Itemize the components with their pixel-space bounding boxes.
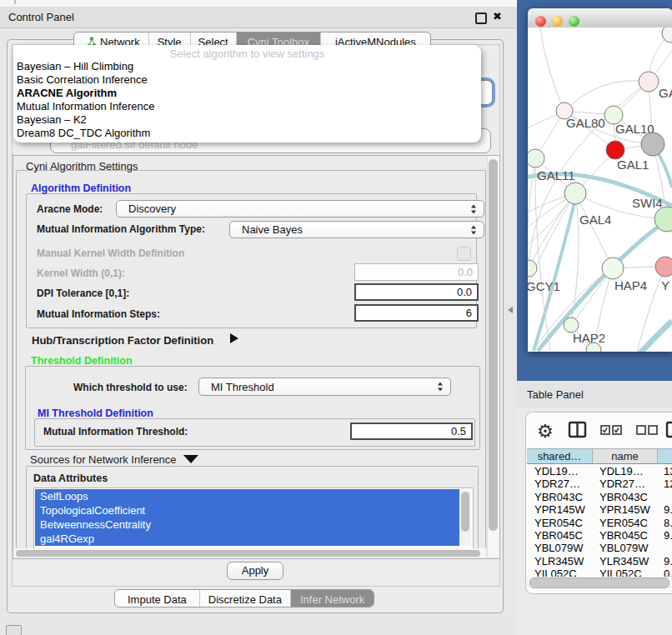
dropdown-item[interactable]: Mutual Information Inference [13, 100, 481, 113]
control-panel-title: Control Panel [8, 11, 74, 23]
network-node[interactable] [655, 257, 672, 277]
dropdown-item[interactable]: Basic Correlation Inference [13, 73, 481, 87]
attribute-item[interactable]: TopologicalCoefficient [35, 503, 459, 518]
select-all-icon[interactable] [601, 426, 621, 434]
network-window: GAL7GAL80GAL10GAL1GAL11GAL4SWI4GCY1HAP4Y… [528, 8, 672, 352]
table-row[interactable]: YDL19…YDL19…13 [527, 465, 672, 478]
cyni-algorithm-settings-title: Cyni Algorithm Settings [26, 160, 138, 172]
network-node[interactable] [639, 72, 659, 92]
kernel-width-label: Kernel Width (0,1): [37, 268, 125, 279]
network-node[interactable] [606, 141, 624, 159]
table-cell: YBR043C [527, 491, 592, 503]
table-row[interactable]: YLR345WYLR345W9. [527, 555, 672, 568]
dpi-tolerance-input[interactable]: 0.0 [354, 283, 479, 301]
zoom-traffic-light[interactable] [569, 16, 579, 27]
table-cell: YDR27… [592, 478, 656, 490]
columns-icon[interactable] [569, 422, 585, 437]
data-attributes-label: Data Attributes [33, 472, 108, 484]
network-canvas[interactable]: GAL7GAL80GAL10GAL1GAL11GAL4SWI4GCY1HAP4Y… [528, 28, 672, 352]
attribute-item[interactable]: BetweennessCentrality [35, 518, 459, 532]
dropdown-item[interactable]: ARACNE Algorithm [13, 87, 481, 100]
settings-vscrollbar-thumb[interactable] [489, 159, 498, 531]
settings-hscrollbar-thumb[interactable] [16, 550, 480, 557]
table-cell: 8. [656, 517, 672, 529]
table-cell: YBR043C [592, 491, 656, 503]
column-header[interactable]: name [593, 448, 658, 464]
table-hscrollbar-thumb[interactable] [529, 578, 669, 588]
collapse-arrow-icon[interactable] [183, 455, 198, 463]
sources-title: Sources for Network Inference [30, 453, 198, 466]
table-row[interactable]: YER054CYER054C8. [527, 517, 672, 529]
table-panel-titlebar: Table Panel [517, 381, 672, 408]
node-label: SWI4 [632, 196, 663, 210]
table-cell: 9. [656, 529, 672, 542]
table-cell [656, 542, 672, 554]
list-scrollbar-thumb[interactable] [461, 492, 469, 532]
network-edge[interactable] [564, 81, 649, 111]
which-threshold-select[interactable]: MI Threshold [198, 378, 451, 396]
table-row[interactable]: YBL079WYBL079W [527, 542, 672, 554]
apply-button[interactable]: Apply [227, 562, 283, 580]
table-cell: YDR27… [527, 478, 592, 490]
table-cell: YLR345W [592, 555, 656, 568]
column-header[interactable] [658, 448, 672, 464]
aracne-mode-select[interactable]: Discovery [116, 200, 484, 218]
table-row[interactable]: YBR043CYBR043C [527, 491, 672, 503]
network-node[interactable] [528, 260, 537, 277]
table-row[interactable]: YPR145WYPR145W9. [527, 503, 672, 516]
node-label: GAL11 [537, 168, 575, 182]
column-header[interactable]: shared… [527, 448, 593, 464]
algorithm-dropdown-list: Select algorithm to view settings Bayesi… [13, 45, 481, 142]
table-cell: YER054C [527, 517, 592, 529]
table-cell: YPR145W [592, 503, 656, 516]
table-cell: YBR045C [527, 529, 592, 542]
node-label: Y [661, 278, 669, 292]
network-node[interactable] [528, 149, 544, 168]
manual-kernel-checkbox[interactable] [457, 247, 471, 261]
table-panel-title: Table Panel [527, 388, 584, 401]
minimize-traffic-light[interactable] [552, 16, 563, 27]
manual-kernel-label: Manual Kernel Width Definition [37, 248, 184, 259]
table-cell: YDL19… [592, 465, 656, 478]
network-node[interactable] [602, 258, 624, 279]
control-panel-titlebar: Control Panel ✖ [0, 7, 517, 28]
node-label: GAL7 [659, 86, 672, 100]
gear-icon[interactable]: ⚙ [537, 421, 554, 442]
dropdown-item[interactable]: Dream8 DC_TDC Algorithm [13, 127, 481, 140]
float-window-icon[interactable] [475, 12, 487, 24]
dropdown-item[interactable]: Bayesian – Hill Climbing [13, 60, 481, 73]
table-row[interactable]: YBR045CYBR045C9. [527, 529, 672, 542]
tab-impute-data[interactable]: Impute Data [115, 590, 199, 607]
mi-threshold-title: MI Threshold Definition [38, 408, 153, 419]
tab-discretize-data[interactable]: Discretize Data [199, 590, 290, 607]
dpi-tolerance-label: DPI Tolerance [0,1]: [37, 288, 129, 299]
deselect-all-icon[interactable] [637, 426, 657, 434]
which-threshold-label: Which threshold to use: [73, 382, 188, 393]
close-icon[interactable]: ✖ [493, 10, 502, 22]
kernel-width-input[interactable]: 0.0 [354, 263, 479, 281]
close-traffic-light[interactable] [535, 16, 546, 27]
table-cell: YDL19… [527, 465, 592, 478]
new-table-icon[interactable] [667, 422, 672, 437]
network-node[interactable] [641, 132, 664, 156]
table-cell: YBL079W [592, 542, 656, 554]
minimized-panel-icon[interactable] [6, 625, 22, 635]
tab-infer-network[interactable]: Infer Network [290, 590, 374, 607]
mi-steps-input[interactable]: 6 [354, 304, 479, 322]
attribute-item[interactable]: gal4RGexp [35, 532, 459, 546]
network-edge[interactable] [575, 193, 613, 268]
attribute-item[interactable]: SelfLoops [35, 489, 459, 503]
combo-arrows-icon [471, 204, 477, 213]
dropdown-item[interactable]: Bayesian – K2 [13, 113, 481, 127]
network-node[interactable] [564, 182, 586, 204]
expand-arrow-icon[interactable] [230, 333, 238, 343]
splitter-handle-icon[interactable] [508, 307, 513, 313]
mi-type-select[interactable]: Naive Bayes [229, 221, 484, 238]
table-row[interactable]: YDR27…YDR27…12 [527, 478, 672, 490]
network-edge-thick[interactable] [634, 321, 672, 352]
table-cell: 12 [656, 478, 672, 490]
data-attributes-list[interactable]: SelfLoopsTopologicalCoefficientBetweenne… [33, 488, 474, 549]
dropdown-placeholder: Select algorithm to view settings [13, 45, 481, 60]
mi-threshold-input[interactable]: 0.5 [350, 422, 473, 440]
network-edge[interactable] [540, 28, 564, 111]
